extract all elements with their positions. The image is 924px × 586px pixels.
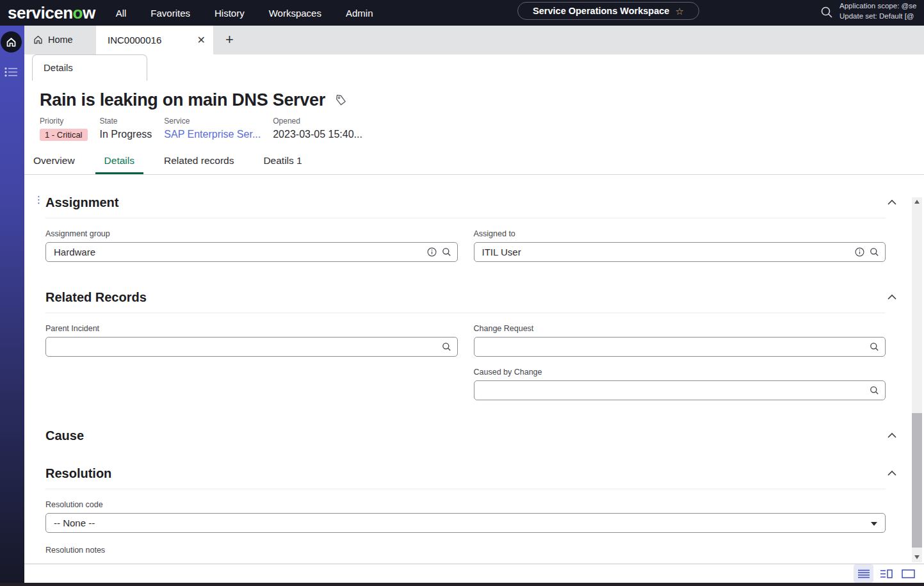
servicenow-logo[interactable]: servicenow — [8, 3, 95, 23]
service-link[interactable]: SAP Enterprise Ser... — [164, 129, 261, 140]
nav-item-history[interactable]: History — [215, 8, 245, 19]
sidebar-menu-button[interactable] — [4, 67, 24, 77]
collapse-chevron-icon[interactable] — [887, 470, 897, 476]
assigned-to-input[interactable] — [474, 242, 886, 262]
list-view-button[interactable] — [854, 564, 873, 583]
bottom-bar — [0, 583, 924, 586]
nav-item-favorites[interactable]: Favorites — [150, 8, 190, 19]
record-header: Rain is leaking on main DNS Server Prior… — [24, 81, 924, 183]
top-nav-menu: All Favorites History Workspaces Admin — [116, 8, 373, 19]
scrollbar-thumb[interactable] — [912, 413, 922, 548]
priority-badge: 1 - Critical — [40, 129, 88, 141]
tab-incident-record[interactable]: INC0000016 ✕ — [96, 26, 213, 54]
list-view-icon — [857, 569, 870, 578]
section-resolution: Resolution Resolution code -- None -- Re… — [45, 466, 886, 555]
meta-opened: Opened 2023-03-05 15:40... — [273, 117, 362, 141]
record-form: ⋮ Assignment Assignment group — [24, 183, 924, 564]
lookup-search-icon[interactable] — [870, 386, 879, 395]
logo-text: servicen — [8, 3, 73, 22]
lookup-search-icon[interactable] — [442, 342, 451, 352]
form-scrollbar[interactable] — [912, 197, 922, 562]
global-search-icon[interactable] — [820, 5, 834, 19]
field-change-request: Change Request — [474, 324, 886, 357]
left-sidebar — [0, 26, 24, 583]
tab-home[interactable]: Home — [24, 26, 96, 54]
scroll-down-icon[interactable] — [912, 553, 922, 562]
update-set-text: Update set: Default [@ — [839, 12, 924, 22]
drag-handle-icon[interactable]: ⋮ — [34, 197, 38, 202]
scope-indicator: Application scope: @se Update set: Defau… — [839, 1, 924, 21]
record-tab-overview[interactable]: Overview — [24, 150, 84, 174]
record-subtab-row: Details — [24, 54, 924, 81]
info-icon[interactable] — [855, 247, 864, 257]
sidebar-home-button[interactable] — [1, 31, 22, 53]
field-parent-incident: Parent Incident — [45, 324, 458, 357]
full-view-button[interactable] — [898, 564, 918, 583]
record-title: Rain is leaking on main DNS Server — [40, 90, 325, 110]
new-tab-button[interactable]: + — [225, 31, 234, 48]
top-nav: servicenow All Favorites History Workspa… — [0, 0, 924, 26]
workspace-tab-strip: Home INC0000016 ✕ + — [24, 26, 924, 54]
lookup-search-icon[interactable] — [442, 247, 451, 257]
meta-service: Service SAP Enterprise Ser... — [164, 117, 261, 141]
workspace-pill[interactable]: Service Operations Workspace ☆ — [517, 2, 699, 20]
section-resolution-title: Resolution — [45, 466, 111, 481]
collapse-chevron-icon[interactable] — [887, 432, 897, 439]
section-cause: Cause — [45, 428, 886, 443]
field-resolution-notes: Resolution notes — [45, 546, 886, 555]
assignment-group-input[interactable] — [45, 242, 458, 262]
parent-incident-label: Parent Incident — [45, 324, 458, 333]
lookup-search-icon[interactable] — [870, 342, 879, 352]
main-area: Home INC0000016 ✕ + Details Rain is leak… — [24, 26, 924, 583]
change-request-input[interactable] — [474, 337, 886, 357]
assigned-to-label: Assigned to — [474, 229, 886, 238]
favorite-star-icon[interactable]: ☆ — [675, 6, 683, 16]
tag-icon[interactable] — [335, 94, 347, 106]
collapse-chevron-icon[interactable] — [887, 199, 897, 206]
nav-item-workspaces[interactable]: Workspaces — [269, 8, 321, 19]
field-assignment-group: Assignment group — [45, 229, 458, 262]
home-icon — [6, 37, 17, 47]
resolution-code-select[interactable]: -- None -- — [45, 513, 886, 533]
home-icon — [33, 35, 43, 44]
logo-accent-o: o — [73, 3, 83, 22]
full-view-icon — [902, 569, 915, 578]
section-cause-title: Cause — [45, 428, 84, 443]
info-icon[interactable] — [427, 247, 437, 257]
change-request-label: Change Request — [474, 324, 886, 333]
subtab-details-label: Details — [44, 62, 73, 73]
record-tab-related-records[interactable]: Related records — [155, 150, 243, 174]
record-tab-deatils-1[interactable]: Deatils 1 — [254, 150, 311, 174]
nav-item-all[interactable]: All — [116, 8, 127, 19]
tab-home-label: Home — [48, 35, 73, 45]
resolution-code-label: Resolution code — [45, 500, 886, 509]
parent-incident-input[interactable] — [45, 337, 458, 357]
application-scope-text: Application scope: @se — [839, 1, 924, 12]
record-tab-details[interactable]: Details — [95, 150, 143, 174]
section-related-records-title: Related Records — [45, 290, 147, 305]
view-switcher-footer — [24, 564, 924, 583]
section-assignment: ⋮ Assignment Assignment group — [45, 195, 886, 262]
close-tab-icon[interactable]: ✕ — [197, 34, 206, 46]
assignment-group-label: Assignment group — [45, 229, 458, 238]
meta-opened-label: Opened — [273, 117, 362, 126]
record-meta: Priority 1 - Critical State In Progress … — [24, 110, 924, 141]
collapse-chevron-icon[interactable] — [887, 294, 897, 300]
field-caused-by-change: Caused by Change — [474, 368, 886, 400]
meta-state-label: State — [100, 117, 152, 126]
caused-by-change-input[interactable] — [474, 380, 886, 400]
scroll-up-icon[interactable] — [912, 197, 922, 207]
split-view-icon — [880, 569, 893, 578]
meta-priority-label: Priority — [40, 117, 88, 126]
section-related-records: Related Records Parent Incident — [45, 290, 886, 400]
meta-priority: Priority 1 - Critical — [40, 117, 88, 141]
lookup-search-icon[interactable] — [870, 247, 879, 257]
nav-item-admin[interactable]: Admin — [346, 8, 373, 19]
meta-service-label: Service — [164, 117, 261, 126]
tab-record-label: INC0000016 — [108, 35, 161, 45]
subtab-details[interactable]: Details — [32, 54, 147, 81]
split-view-button[interactable] — [876, 564, 896, 583]
list-menu-icon — [4, 67, 19, 77]
caused-by-change-label: Caused by Change — [474, 368, 886, 377]
field-resolution-code: Resolution code -- None -- — [45, 500, 886, 533]
